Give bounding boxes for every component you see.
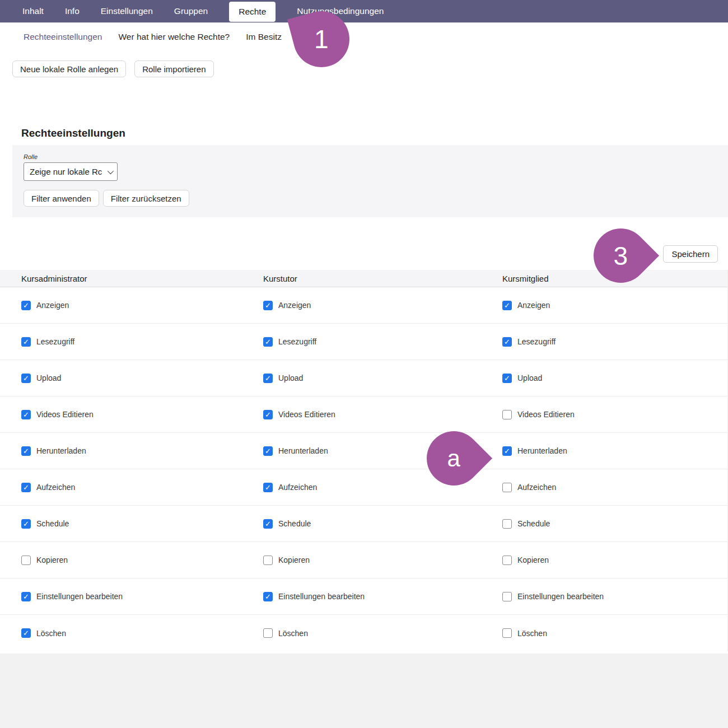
- column-header-kurstutor: Kurstutor: [263, 274, 502, 283]
- permission-cell: Löschen: [502, 628, 727, 638]
- permission-cell: Anzeigen: [502, 301, 727, 310]
- checkbox-kursadministrator-l-schen[interactable]: [21, 628, 31, 638]
- permission-label: Anzeigen: [36, 301, 69, 310]
- reset-filter-button[interactable]: Filter zurücksetzen: [103, 190, 189, 207]
- import-role-button[interactable]: Rolle importieren: [134, 60, 213, 77]
- role-select[interactable]: Zeige nur lokale Rc: [24, 162, 118, 181]
- chevron-down-icon: [108, 167, 114, 174]
- checkbox-kursmitglied-schedule[interactable]: [502, 519, 512, 529]
- permission-cell: Lesezugriff: [502, 337, 727, 347]
- permissions-rows: AnzeigenAnzeigenAnzeigenLesezugriffLesez…: [0, 287, 727, 651]
- table-row: Videos EditierenVideos EditierenVideos E…: [0, 396, 727, 433]
- column-header-kursadministrator: Kursadministrator: [21, 274, 263, 283]
- checkbox-kursadministrator-videos-editieren[interactable]: [21, 410, 31, 419]
- permission-label: Kopieren: [278, 556, 310, 564]
- checkbox-kursadministrator-upload[interactable]: [21, 374, 31, 383]
- permission-label: Upload: [517, 374, 542, 382]
- checkbox-kursadministrator-anzeigen[interactable]: [21, 301, 31, 310]
- checkbox-kursmitglied-anzeigen[interactable]: [502, 301, 512, 310]
- permission-label: Löschen: [278, 629, 308, 638]
- permission-cell: Anzeigen: [21, 301, 263, 310]
- checkbox-kursmitglied-einstellungen-bearbeiten[interactable]: [502, 592, 512, 601]
- annotation-step-a-label: a: [447, 446, 460, 470]
- permission-cell: Upload: [21, 374, 263, 383]
- permission-label: Herunterladen: [278, 446, 328, 455]
- subnav-wer-hat-welche-rechte[interactable]: Wer hat hier welche Rechte?: [118, 32, 230, 42]
- checkbox-kurstutor-kopieren[interactable]: [263, 556, 273, 565]
- table-row: LöschenLöschenLöschen: [0, 615, 727, 651]
- apply-filter-button[interactable]: Filter anwenden: [24, 190, 99, 207]
- permission-cell: Einstellungen bearbeiten: [263, 592, 502, 601]
- permission-cell: Aufzeichen: [21, 483, 263, 492]
- permission-label: Kopieren: [517, 556, 549, 564]
- table-row: Einstellungen bearbeitenEinstellungen be…: [0, 578, 727, 615]
- checkbox-kursmitglied-videos-editieren[interactable]: [502, 410, 512, 419]
- permission-cell: Löschen: [263, 628, 502, 638]
- table-row: AnzeigenAnzeigenAnzeigen: [0, 287, 727, 324]
- permission-label: Herunterladen: [517, 446, 567, 455]
- tab-info[interactable]: Info: [65, 6, 80, 16]
- role-action-buttons: Neue lokale Rolle anlegen Rolle importie…: [12, 60, 728, 77]
- tab-inhalt[interactable]: Inhalt: [22, 6, 44, 16]
- checkbox-kurstutor-upload[interactable]: [263, 374, 273, 383]
- tab-gruppen[interactable]: Gruppen: [174, 6, 208, 16]
- tab-einstellungen[interactable]: Einstellungen: [101, 6, 153, 16]
- checkbox-kursadministrator-einstellungen-bearbeiten[interactable]: [21, 592, 31, 601]
- top-navbar: Inhalt Info Einstellungen Gruppen Rechte…: [0, 0, 728, 22]
- checkbox-kursmitglied-l-schen[interactable]: [502, 628, 512, 638]
- role-label: Rolle: [24, 153, 717, 160]
- permission-cell: Kopieren: [21, 556, 263, 565]
- permission-label: Einstellungen bearbeiten: [36, 592, 123, 601]
- permission-cell: Schedule: [502, 519, 727, 529]
- permission-label: Schedule: [278, 519, 311, 528]
- checkbox-kursmitglied-aufzeichen[interactable]: [502, 483, 512, 492]
- subnav-rechteeinstellungen[interactable]: Rechteeinstellungen: [24, 32, 102, 42]
- permission-label: Videos Editieren: [36, 410, 94, 419]
- checkbox-kurstutor-anzeigen[interactable]: [263, 301, 273, 310]
- permission-cell: Upload: [502, 374, 727, 383]
- table-row: HerunterladenHerunterladenHerunterladen: [0, 433, 727, 469]
- permission-label: Kopieren: [36, 556, 68, 564]
- table-row: ScheduleScheduleSchedule: [0, 506, 727, 542]
- checkbox-kurstutor-schedule[interactable]: [263, 519, 273, 529]
- checkbox-kursmitglied-lesezugriff[interactable]: [502, 337, 512, 347]
- permission-label: Videos Editieren: [517, 410, 575, 419]
- permission-label: Einstellungen bearbeiten: [517, 592, 604, 601]
- checkbox-kursadministrator-aufzeichen[interactable]: [21, 483, 31, 492]
- sub-navbar: Rechteeinstellungen Wer hat hier welche …: [0, 22, 728, 49]
- checkbox-kurstutor-aufzeichen[interactable]: [263, 483, 273, 492]
- permission-cell: Einstellungen bearbeiten: [502, 592, 727, 601]
- permission-cell: Kopieren: [263, 556, 502, 565]
- checkbox-kurstutor-videos-editieren[interactable]: [263, 410, 273, 419]
- checkbox-kursadministrator-herunterladen[interactable]: [21, 446, 31, 456]
- checkbox-kursmitglied-kopieren[interactable]: [502, 556, 512, 565]
- save-button[interactable]: Speichern: [663, 245, 718, 263]
- checkbox-kurstutor-lesezugriff[interactable]: [263, 337, 273, 347]
- permission-cell: Herunterladen: [21, 446, 263, 456]
- permission-label: Anzeigen: [278, 301, 311, 310]
- checkbox-kursmitglied-upload[interactable]: [502, 374, 512, 383]
- table-row: UploadUploadUpload: [0, 360, 727, 396]
- permission-label: Löschen: [36, 629, 66, 638]
- permission-label: Aufzeichen: [517, 483, 556, 492]
- checkbox-kursadministrator-schedule[interactable]: [21, 519, 31, 529]
- checkbox-kursadministrator-lesezugriff[interactable]: [21, 337, 31, 347]
- permission-cell: Aufzeichen: [263, 483, 502, 492]
- permission-cell: Aufzeichen: [502, 483, 727, 492]
- tab-rechte[interactable]: Rechte: [229, 2, 276, 22]
- checkbox-kurstutor-einstellungen-bearbeiten[interactable]: [263, 592, 273, 601]
- permission-cell: Löschen: [21, 628, 263, 638]
- permission-label: Upload: [278, 374, 303, 382]
- permission-label: Lesezugriff: [36, 337, 74, 346]
- checkbox-kurstutor-l-schen[interactable]: [263, 628, 273, 638]
- new-local-role-button[interactable]: Neue lokale Rolle anlegen: [12, 60, 126, 77]
- permission-label: Aufzeichen: [278, 483, 317, 492]
- subnav-im-besitz[interactable]: Im Besitz: [246, 32, 282, 42]
- permission-label: Schedule: [36, 519, 69, 528]
- permission-label: Upload: [36, 374, 61, 382]
- checkbox-kursadministrator-kopieren[interactable]: [21, 556, 31, 565]
- table-row: KopierenKopierenKopieren: [0, 542, 727, 578]
- role-select-value: Zeige nur lokale Rc: [30, 167, 102, 176]
- checkbox-kurstutor-herunterladen[interactable]: [263, 446, 273, 456]
- checkbox-kursmitglied-herunterladen[interactable]: [502, 446, 512, 456]
